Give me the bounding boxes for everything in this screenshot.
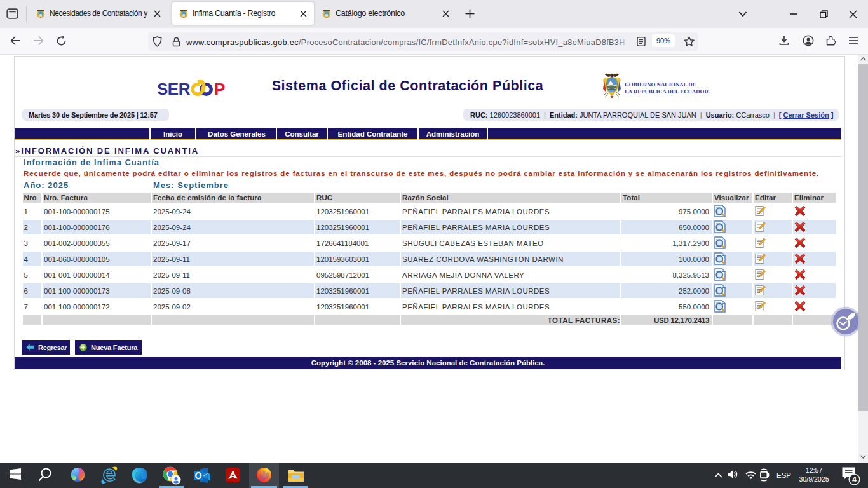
svg-text:4: 4 xyxy=(852,475,857,484)
